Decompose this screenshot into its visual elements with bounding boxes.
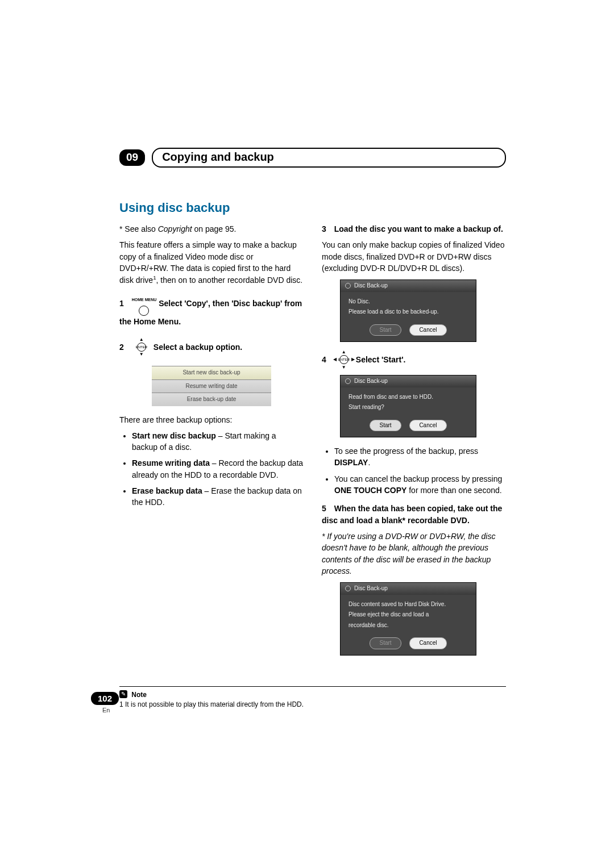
start-button: Start (370, 420, 401, 432)
enter-button-icon: ENTER (137, 343, 146, 352)
list-item: Resume writing data – Record the backup … (132, 457, 304, 481)
dialog-line: Read from disc and save to HDD. (349, 393, 468, 402)
notes-list: To see the progress of the backup, press… (322, 445, 506, 496)
enter-button-icon: ENTER (339, 355, 349, 364)
copyright-ref: Copyright (158, 224, 192, 233)
dialog-line: Please eject the disc and load a (349, 611, 468, 619)
enter-dpad-icon: ▲▼ ENTER (132, 337, 151, 357)
option-name: Resume writing data (132, 458, 210, 468)
section-heading: Using disc backup (119, 201, 506, 215)
page-number-badge: 102 (91, 692, 119, 705)
right-column: 3 Load the disc you want to make a backu… (322, 223, 506, 663)
dialog-line: No Disc. (349, 298, 468, 306)
step-number: 1 (119, 299, 124, 308)
step-3-body: You can only make backup copies of final… (322, 239, 506, 274)
text: , then on to another recordable DVD disc… (156, 276, 303, 285)
list-item: Erase backup data – Erase the backup dat… (132, 485, 304, 508)
cancel-button: Cancel (409, 637, 446, 649)
text: To see the progress of the backup, press (334, 446, 478, 456)
note-icon: ✎ (119, 690, 127, 698)
display-key: DISPLAY (334, 458, 368, 467)
menu-item-erase: Erase back-up date (152, 393, 271, 406)
step-4-text: Select 'Start'. (356, 354, 406, 365)
text: You can cancel the backup process by pre… (334, 474, 502, 483)
option-name: Start new disc backup (132, 431, 216, 440)
left-column: * See also Copyright on page 95. This fe… (119, 223, 304, 663)
step-3: 3 Load the disc you want to make a backu… (322, 223, 506, 235)
menu-item-resume: Resume writing date (152, 379, 271, 393)
see-also-line: * See also Copyright on page 95. (119, 223, 304, 235)
disc-icon (345, 586, 351, 591)
step-number: 4 (322, 354, 326, 365)
list-item: Start new disc backup – Start making a b… (132, 430, 304, 453)
text: . (368, 458, 370, 467)
chapter-title: Copying and backup (152, 148, 506, 168)
list-item: You can cancel the backup process by pre… (334, 473, 506, 496)
start-button: Start (370, 637, 401, 649)
step-5: 5 When the data has been copied, take ou… (322, 503, 506, 526)
chapter-header: 09 Copying and backup (119, 148, 506, 168)
dialog-title: Disc Back-up (354, 585, 388, 593)
step-3-text: Load the disc you want to make a backup … (334, 224, 503, 233)
cancel-button: Cancel (409, 420, 446, 432)
backup-options-menu: Start new disc back-up Resume writing da… (152, 366, 271, 406)
home-menu-button-icon (139, 306, 149, 316)
home-menu-label: HOME MENU (132, 297, 157, 303)
disc-icon (345, 378, 351, 384)
step-4: 4 ▲▼ ◀▶ ENTER Select 'Start'. (322, 350, 506, 369)
step-number: 3 (322, 224, 326, 233)
dialog-no-disc: Disc Back-up No Disc. Please load a disc… (340, 279, 476, 342)
dialog-saved: Disc Back-up Disc content saved to Hard … (340, 582, 476, 656)
note-label: Note (131, 690, 147, 698)
options-intro: There are three backup options: (119, 414, 304, 425)
dialog-line: Start reading? (349, 403, 468, 412)
dialog-line: Please load a disc to be backed-up. (349, 308, 468, 316)
menu-item-start-new: Start new disc back-up (152, 366, 271, 379)
options-list: Start new disc backup – Start making a b… (119, 430, 304, 508)
one-touch-copy-key: ONE TOUCH COPY (334, 486, 406, 495)
option-name: Erase backup data (132, 486, 202, 495)
step-5-text: When the data has been copied, take out … (322, 504, 502, 524)
step-number: 5 (322, 504, 326, 513)
step-number: 2 (119, 341, 124, 353)
dialog-start-reading: Disc Back-up Read from disc and save to … (340, 375, 476, 437)
enter-dpad-icon: ▲▼ ◀▶ ENTER (334, 350, 354, 369)
step-5-footnote: * If you're using a DVD-RW or DVD+RW, th… (322, 531, 506, 577)
step-2: 2 ▲▼ ENTER Select a backup option. (119, 337, 304, 357)
intro-paragraph: This feature offers a simple way to make… (119, 239, 304, 286)
chapter-number-badge: 09 (119, 149, 145, 166)
dialog-title: Disc Back-up (354, 282, 388, 290)
footnotes: ✎ Note 1 It is not possible to play this… (119, 686, 506, 709)
step-2-text: Select a backup option. (154, 341, 242, 353)
text: for more than one second. (406, 486, 501, 495)
page-language: En (102, 707, 110, 713)
text: * See also (119, 224, 158, 233)
dialog-line: recordable disc. (349, 621, 468, 630)
footnote-text: 1 It is not possible to play this materi… (119, 700, 506, 708)
dialog-line: Disc content saved to Hard Disk Drive. (349, 600, 468, 609)
start-button: Start (370, 324, 401, 336)
cancel-button: Cancel (409, 324, 446, 336)
dialog-title: Disc Back-up (354, 377, 388, 386)
text: on page 95. (192, 224, 237, 233)
disc-icon (345, 283, 351, 289)
list-item: To see the progress of the backup, press… (334, 445, 506, 469)
step-1: 1 HOME MENU Select 'Copy', then 'Disc ba… (119, 293, 304, 327)
